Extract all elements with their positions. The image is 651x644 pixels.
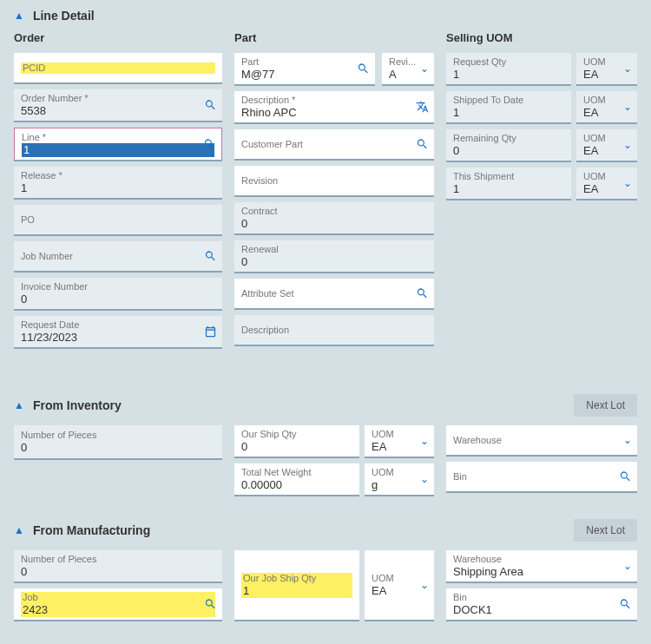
- uom-value: g: [372, 478, 427, 492]
- chevron-down-icon[interactable]: ⌄: [623, 101, 632, 113]
- inv-bin-label: Bin: [453, 471, 630, 483]
- request-date-field[interactable]: Request Date 11/23/2023: [14, 316, 222, 349]
- next-lot-button[interactable]: Next Lot: [574, 519, 637, 542]
- shipped-uom-field[interactable]: UOM EA ⌄: [576, 91, 637, 124]
- request-qty-label: Request Qty: [453, 56, 564, 68]
- request-qty-uom-field[interactable]: UOM EA ⌄: [576, 53, 637, 86]
- pcid-label: PCID: [21, 62, 215, 74]
- revi-field[interactable]: Revi... A ⌄: [382, 53, 434, 86]
- order-number-field[interactable]: Order Number * 5538: [14, 89, 222, 122]
- description-field[interactable]: Description * Rhino APC: [234, 91, 434, 124]
- remaining-qty-value: 0: [453, 144, 564, 158]
- from-inventory-title: From Inventory: [33, 398, 122, 412]
- chevron-down-icon[interactable]: ⌄: [623, 139, 632, 151]
- chevron-down-icon[interactable]: ⌄: [420, 62, 429, 75]
- chevron-down-icon[interactable]: ⌄: [623, 434, 632, 446]
- search-icon[interactable]: [204, 598, 217, 611]
- mfg-warehouse-field[interactable]: Warehouse Shipping Area ⌄: [446, 550, 637, 583]
- revision-field[interactable]: Revision: [234, 166, 434, 197]
- our-ship-qty-label: Our Ship Qty: [241, 429, 352, 440]
- search-icon[interactable]: [203, 138, 216, 151]
- our-ship-qty-field[interactable]: Our Ship Qty 0: [234, 425, 359, 458]
- uom-value: EA: [372, 584, 427, 598]
- line-detail-header: ▲ Line Detail: [0, 0, 651, 31]
- search-icon[interactable]: [204, 250, 217, 263]
- chevron-down-icon[interactable]: ⌄: [420, 473, 429, 485]
- part-label: Part: [241, 56, 368, 68]
- remaining-qty-field[interactable]: Remaining Qty 0: [446, 129, 571, 162]
- inv-bin-field[interactable]: Bin: [446, 462, 637, 493]
- search-icon[interactable]: [204, 99, 217, 112]
- request-date-label: Request Date: [21, 319, 215, 331]
- inv-pieces-label: Number of Pieces: [21, 430, 215, 441]
- collapse-icon[interactable]: ▲: [14, 524, 24, 536]
- customer-part-field[interactable]: Customer Part: [234, 129, 434, 161]
- our-ship-qty-value: 0: [241, 440, 352, 454]
- inv-pieces-field[interactable]: Number of Pieces 0: [14, 425, 222, 460]
- invoice-number-field[interactable]: Invoice Number 0: [14, 278, 222, 311]
- selling-uom-column: Selling UOM Request Qty 1 UOM EA ⌄ Shipp…: [446, 31, 637, 349]
- part-field[interactable]: Part M@77: [234, 53, 375, 86]
- release-field[interactable]: Release * 1: [14, 167, 222, 200]
- inv-warehouse-label: Warehouse: [453, 435, 630, 446]
- pcid-field[interactable]: PCID: [14, 53, 222, 84]
- job-value: 2423: [21, 603, 215, 617]
- shipped-to-date-label: Shipped To Date: [453, 95, 564, 106]
- collapse-icon[interactable]: ▲: [14, 10, 24, 22]
- our-job-ship-qty-value: 1: [241, 584, 352, 598]
- chevron-down-icon[interactable]: ⌄: [623, 62, 632, 75]
- description2-field[interactable]: Description: [234, 315, 434, 346]
- job-field[interactable]: Job 2423: [14, 588, 222, 621]
- release-label: Release *: [21, 170, 215, 181]
- shipped-to-date-field[interactable]: Shipped To Date 1: [446, 91, 571, 124]
- shipment-uom-field[interactable]: UOM EA ⌄: [576, 168, 637, 200]
- chevron-down-icon[interactable]: ⌄: [420, 579, 429, 591]
- uom-label: UOM: [372, 573, 427, 584]
- revision-label: Revision: [241, 175, 427, 187]
- shipped-to-date-value: 1: [453, 106, 564, 120]
- attribute-set-field[interactable]: Attribute Set: [234, 279, 434, 310]
- remaining-qty-label: Remaining Qty: [453, 133, 564, 144]
- our-job-ship-qty-field[interactable]: Our Job Ship Qty 1: [234, 550, 359, 621]
- part-value: M@77: [241, 68, 368, 82]
- collapse-icon[interactable]: ▲: [14, 399, 24, 411]
- mfg-bin-field[interactable]: Bin DOCK1: [446, 588, 637, 621]
- next-lot-button[interactable]: Next Lot: [574, 394, 637, 417]
- customer-part-label: Customer Part: [241, 139, 427, 150]
- renewal-value: 0: [241, 255, 427, 269]
- chevron-down-icon[interactable]: ⌄: [623, 560, 632, 572]
- line-field[interactable]: Line * 1: [14, 128, 222, 161]
- part-column: Part Part M@77 Revi... A ⌄ Description *…: [234, 31, 434, 349]
- order-title: Order: [14, 31, 222, 44]
- remaining-uom-field[interactable]: UOM EA ⌄: [576, 129, 637, 162]
- search-icon[interactable]: [357, 62, 370, 76]
- inv-uom2-field[interactable]: UOM g ⌄: [365, 463, 434, 496]
- renewal-field[interactable]: Renewal 0: [234, 240, 434, 273]
- this-shipment-field[interactable]: This Shipment 1: [446, 168, 571, 200]
- inv-warehouse-field[interactable]: Warehouse ⌄: [446, 425, 637, 457]
- mfg-pieces-label: Number of Pieces: [21, 554, 215, 565]
- translate-icon[interactable]: [416, 101, 429, 114]
- inv-uom1-field[interactable]: UOM EA ⌄: [365, 425, 434, 458]
- po-field[interactable]: PO: [14, 205, 222, 236]
- from-manufacturing-header: ▲ From Manufacturing Next Lot: [0, 510, 651, 550]
- release-value: 1: [21, 181, 215, 195]
- contract-value: 0: [241, 217, 427, 231]
- job-number-field[interactable]: Job Number: [14, 241, 222, 273]
- total-net-weight-value: 0.00000: [241, 478, 352, 492]
- line-label: Line *: [22, 132, 214, 143]
- search-icon[interactable]: [416, 287, 429, 300]
- search-icon[interactable]: [619, 598, 632, 611]
- contract-field[interactable]: Contract 0: [234, 202, 434, 235]
- search-icon[interactable]: [619, 470, 632, 483]
- search-icon[interactable]: [416, 138, 429, 151]
- mfg-uom-field[interactable]: UOM EA ⌄: [365, 550, 434, 621]
- mfg-pieces-field[interactable]: Number of Pieces 0: [14, 550, 222, 583]
- uom-label: UOM: [372, 429, 427, 440]
- calendar-icon[interactable]: [204, 325, 217, 338]
- chevron-down-icon[interactable]: ⌄: [623, 177, 632, 189]
- chevron-down-icon[interactable]: ⌄: [420, 435, 429, 447]
- order-number-label: Order Number *: [21, 93, 215, 104]
- total-net-weight-field[interactable]: Total Net Weight 0.00000: [234, 463, 359, 496]
- request-qty-field[interactable]: Request Qty 1: [446, 53, 571, 86]
